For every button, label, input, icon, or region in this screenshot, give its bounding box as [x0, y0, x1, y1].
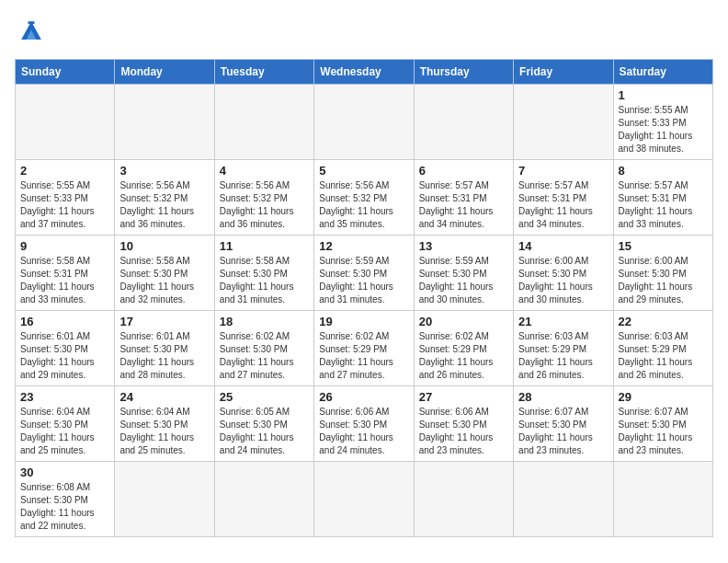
- day-info: Sunrise: 6:02 AM Sunset: 5:30 PM Dayligh…: [220, 330, 309, 382]
- calendar-cell: [214, 462, 313, 537]
- day-info: Sunrise: 6:04 AM Sunset: 5:30 PM Dayligh…: [20, 406, 109, 457]
- calendar-cell: 21Sunrise: 6:03 AM Sunset: 5:29 PM Dayli…: [514, 311, 613, 386]
- calendar-cell: 17Sunrise: 6:01 AM Sunset: 5:30 PM Dayli…: [115, 311, 214, 386]
- calendar-header-row: SundayMondayTuesdayWednesdayThursdayFrid…: [16, 60, 713, 85]
- calendar-cell: [115, 462, 214, 537]
- day-info: Sunrise: 6:00 AM Sunset: 5:30 PM Dayligh…: [619, 255, 708, 306]
- day-info: Sunrise: 5:59 AM Sunset: 5:30 PM Dayligh…: [319, 255, 408, 306]
- calendar-cell: [115, 85, 214, 160]
- calendar-cell: 11Sunrise: 5:58 AM Sunset: 5:30 PM Dayli…: [214, 236, 313, 311]
- calendar-cell: 10Sunrise: 5:58 AM Sunset: 5:30 PM Dayli…: [115, 236, 214, 311]
- calendar-header-sunday: Sunday: [16, 60, 115, 85]
- calendar-cell: [514, 85, 613, 160]
- day-info: Sunrise: 5:56 AM Sunset: 5:32 PM Dayligh…: [119, 179, 209, 231]
- calendar-cell: [314, 462, 414, 537]
- day-info: Sunrise: 6:04 AM Sunset: 5:30 PM Dayligh…: [119, 406, 209, 457]
- calendar-week-6: 30Sunrise: 6:08 AM Sunset: 5:30 PM Dayli…: [16, 462, 713, 537]
- day-info: Sunrise: 6:02 AM Sunset: 5:29 PM Dayligh…: [419, 330, 508, 382]
- page-header: [15, 15, 713, 48]
- calendar-cell: 6Sunrise: 5:57 AM Sunset: 5:31 PM Daylig…: [414, 160, 513, 236]
- day-number: 11: [220, 239, 309, 253]
- day-number: 15: [619, 239, 708, 253]
- day-info: Sunrise: 6:03 AM Sunset: 5:29 PM Dayligh…: [518, 330, 608, 382]
- calendar-cell: 5Sunrise: 5:56 AM Sunset: 5:32 PM Daylig…: [314, 160, 414, 236]
- calendar-week-2: 2Sunrise: 5:55 AM Sunset: 5:33 PM Daylig…: [16, 160, 713, 236]
- calendar-header-saturday: Saturday: [613, 60, 712, 85]
- calendar-cell: 2Sunrise: 5:55 AM Sunset: 5:33 PM Daylig…: [16, 160, 115, 236]
- calendar-cell: 28Sunrise: 6:07 AM Sunset: 5:30 PM Dayli…: [514, 386, 613, 462]
- logo-icon: [15, 15, 48, 48]
- day-number: 14: [518, 239, 608, 253]
- calendar-cell: [314, 85, 414, 160]
- day-info: Sunrise: 6:06 AM Sunset: 5:30 PM Dayligh…: [419, 406, 508, 457]
- calendar-week-3: 9Sunrise: 5:58 AM Sunset: 5:31 PM Daylig…: [16, 236, 713, 311]
- day-number: 21: [518, 315, 608, 328]
- day-info: Sunrise: 6:01 AM Sunset: 5:30 PM Dayligh…: [20, 330, 109, 382]
- day-number: 2: [20, 164, 109, 178]
- calendar-cell: 26Sunrise: 6:06 AM Sunset: 5:30 PM Dayli…: [314, 386, 414, 462]
- calendar-cell: [514, 462, 613, 537]
- calendar-cell: 18Sunrise: 6:02 AM Sunset: 5:30 PM Dayli…: [214, 311, 313, 386]
- calendar-cell: [214, 85, 313, 160]
- day-info: Sunrise: 5:56 AM Sunset: 5:32 PM Dayligh…: [220, 179, 309, 231]
- day-info: Sunrise: 6:06 AM Sunset: 5:30 PM Dayligh…: [319, 406, 408, 457]
- calendar-cell: 13Sunrise: 5:59 AM Sunset: 5:30 PM Dayli…: [414, 236, 513, 311]
- day-number: 5: [319, 164, 408, 178]
- day-number: 10: [119, 239, 209, 253]
- day-info: Sunrise: 6:08 AM Sunset: 5:30 PM Dayligh…: [20, 481, 109, 533]
- calendar-cell: 12Sunrise: 5:59 AM Sunset: 5:30 PM Dayli…: [314, 236, 414, 311]
- calendar-cell: 24Sunrise: 6:04 AM Sunset: 5:30 PM Dayli…: [115, 386, 214, 462]
- calendar-cell: 15Sunrise: 6:00 AM Sunset: 5:30 PM Dayli…: [613, 236, 712, 311]
- day-number: 27: [419, 390, 508, 404]
- calendar-cell: 25Sunrise: 6:05 AM Sunset: 5:30 PM Dayli…: [214, 386, 313, 462]
- day-info: Sunrise: 5:58 AM Sunset: 5:30 PM Dayligh…: [220, 255, 309, 306]
- calendar-cell: 22Sunrise: 6:03 AM Sunset: 5:29 PM Dayli…: [613, 311, 712, 386]
- calendar-header-friday: Friday: [514, 60, 613, 85]
- calendar-cell: [414, 85, 513, 160]
- day-number: 17: [119, 315, 209, 328]
- svg-rect-2: [28, 21, 34, 24]
- day-number: 19: [319, 315, 408, 328]
- calendar-cell: 20Sunrise: 6:02 AM Sunset: 5:29 PM Dayli…: [414, 311, 513, 386]
- calendar-header-tuesday: Tuesday: [214, 60, 313, 85]
- day-info: Sunrise: 5:58 AM Sunset: 5:30 PM Dayligh…: [119, 255, 209, 306]
- calendar-cell: 8Sunrise: 5:57 AM Sunset: 5:31 PM Daylig…: [613, 160, 712, 236]
- day-number: 8: [619, 164, 708, 178]
- day-number: 30: [20, 465, 109, 479]
- day-number: 20: [419, 315, 508, 328]
- calendar-cell: [414, 462, 513, 537]
- day-info: Sunrise: 6:07 AM Sunset: 5:30 PM Dayligh…: [518, 406, 608, 457]
- day-info: Sunrise: 5:59 AM Sunset: 5:30 PM Dayligh…: [419, 255, 508, 306]
- calendar-cell: 19Sunrise: 6:02 AM Sunset: 5:29 PM Dayli…: [314, 311, 414, 386]
- day-info: Sunrise: 6:01 AM Sunset: 5:30 PM Dayligh…: [119, 330, 209, 382]
- day-number: 16: [20, 315, 109, 328]
- calendar-cell: 23Sunrise: 6:04 AM Sunset: 5:30 PM Dayli…: [16, 386, 115, 462]
- calendar-header-thursday: Thursday: [414, 60, 513, 85]
- day-number: 6: [419, 164, 508, 178]
- calendar-cell: [613, 462, 712, 537]
- day-info: Sunrise: 5:57 AM Sunset: 5:31 PM Dayligh…: [518, 179, 608, 231]
- day-number: 29: [619, 390, 708, 404]
- day-number: 24: [119, 390, 209, 404]
- calendar-cell: 27Sunrise: 6:06 AM Sunset: 5:30 PM Dayli…: [414, 386, 513, 462]
- calendar-cell: 14Sunrise: 6:00 AM Sunset: 5:30 PM Dayli…: [514, 236, 613, 311]
- calendar-cell: 30Sunrise: 6:08 AM Sunset: 5:30 PM Dayli…: [16, 462, 115, 537]
- day-number: 28: [518, 390, 608, 404]
- day-number: 3: [119, 164, 209, 178]
- calendar-week-1: 1Sunrise: 5:55 AM Sunset: 5:33 PM Daylig…: [16, 85, 713, 160]
- day-number: 26: [319, 390, 408, 404]
- day-number: 1: [619, 88, 708, 102]
- calendar-cell: 7Sunrise: 5:57 AM Sunset: 5:31 PM Daylig…: [514, 160, 613, 236]
- day-info: Sunrise: 5:58 AM Sunset: 5:31 PM Dayligh…: [20, 255, 109, 306]
- calendar: SundayMondayTuesdayWednesdayThursdayFrid…: [15, 59, 713, 537]
- calendar-cell: 9Sunrise: 5:58 AM Sunset: 5:31 PM Daylig…: [16, 236, 115, 311]
- day-number: 23: [20, 390, 109, 404]
- day-number: 9: [20, 239, 109, 253]
- day-info: Sunrise: 5:57 AM Sunset: 5:31 PM Dayligh…: [419, 179, 508, 231]
- calendar-header-monday: Monday: [115, 60, 214, 85]
- calendar-cell: 4Sunrise: 5:56 AM Sunset: 5:32 PM Daylig…: [214, 160, 313, 236]
- day-info: Sunrise: 5:57 AM Sunset: 5:31 PM Dayligh…: [619, 179, 708, 231]
- day-info: Sunrise: 5:55 AM Sunset: 5:33 PM Dayligh…: [619, 104, 708, 155]
- day-number: 25: [220, 390, 309, 404]
- calendar-week-5: 23Sunrise: 6:04 AM Sunset: 5:30 PM Dayli…: [16, 386, 713, 462]
